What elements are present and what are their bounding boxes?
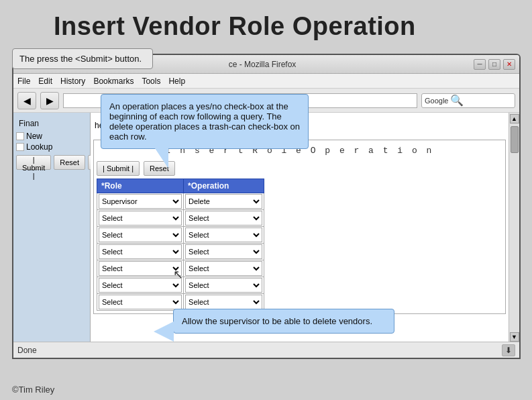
sidebar-action-btns: | Submit | Reset Rec <box>16 153 87 172</box>
callout-allow-text: Allow the supervisor to be able to delet… <box>182 316 372 326</box>
menu-file[interactable]: File <box>17 77 30 86</box>
new-checkbox[interactable] <box>16 132 24 140</box>
operation-select-7[interactable]: Select <box>185 295 262 309</box>
role-select-5[interactable]: Select <box>99 261 182 276</box>
insert-submit-btn[interactable]: | Submit | <box>97 161 140 176</box>
browser-controls: ─ □ ✕ <box>474 59 515 70</box>
operation-select-1[interactable]: Delete <box>185 194 262 209</box>
menu-edit[interactable]: Edit <box>38 77 52 86</box>
menu-bookmarks[interactable]: Bookmarks <box>93 77 134 86</box>
operation-select-6[interactable]: Select <box>185 278 262 293</box>
status-text: Done <box>17 346 37 355</box>
operation-select-5[interactable]: Select <box>185 261 262 276</box>
col-role: *Role <box>97 179 184 193</box>
sidebar-item-finan[interactable]: Finan <box>16 117 87 130</box>
operation-select-2[interactable]: Select <box>185 211 262 226</box>
slide-title: Insert Vendor Role Operation <box>54 12 416 41</box>
vertical-scrollbar[interactable]: ▲ ▼ <box>509 113 519 342</box>
copyright: ©Tim Riley <box>12 385 54 395</box>
table-row: Select Select <box>97 227 264 244</box>
back-button[interactable]: ◀ <box>17 92 36 109</box>
operation-select-4[interactable]: Select <box>185 244 262 259</box>
table-row: Supervisor Delete <box>97 193 264 210</box>
sidebar-lookup-row: Lookup <box>16 142 87 152</box>
callout-operation-text: An operation places a yes/no check-box a… <box>109 101 300 142</box>
operation-select-3[interactable]: Select <box>185 228 262 242</box>
role-select-7[interactable]: Select <box>99 295 182 309</box>
callout-operation: An operation places a yes/no check-box a… <box>101 94 309 149</box>
sidebar-new-row: New <box>16 132 87 141</box>
table-row: Select Select <box>97 210 264 227</box>
table-row: Select Select <box>97 294 264 311</box>
callout-allow: Allow the supervisor to be able to delet… <box>173 309 394 334</box>
menu-history[interactable]: History <box>60 77 85 86</box>
role-select-4[interactable]: Select <box>99 244 182 259</box>
scroll-down[interactable]: ▼ <box>510 332 519 342</box>
table-row: Select Select <box>97 244 264 260</box>
role-select-6[interactable]: Select <box>99 278 182 293</box>
callout-submit: The press the <Submit> button. <box>12 48 153 69</box>
search-icon: 🔍 <box>450 94 464 107</box>
sidebar-reset-btn[interactable]: Reset <box>54 155 85 170</box>
mouse-cursor: ↖ <box>173 267 183 282</box>
sidebar-finan-label: Finan <box>19 119 39 128</box>
sidebar-new-label: New <box>26 132 42 141</box>
col-operation: *Operation <box>184 179 264 193</box>
status-bar: Done ⬇ <box>13 342 519 358</box>
status-icon: ⬇ <box>502 344 515 356</box>
role-select-2[interactable]: Select <box>99 211 182 226</box>
google-search-box[interactable]: Google 🔍 <box>421 93 515 108</box>
scroll-up[interactable]: ▲ <box>510 114 519 123</box>
maximize-button[interactable]: □ <box>488 59 500 70</box>
role-select-3[interactable]: Select <box>99 228 182 242</box>
google-label: Google <box>425 97 448 105</box>
sidebar-submit-btn[interactable]: | Submit | <box>16 155 51 170</box>
forward-button[interactable]: ▶ <box>40 92 59 109</box>
sidebar: Finan New Lookup | Submit | Reset Rec <box>13 113 91 342</box>
scroll-thumb[interactable] <box>511 126 519 153</box>
menu-help[interactable]: Help <box>168 77 185 86</box>
role-table: *Role *Operation Supervisor <box>97 179 264 311</box>
role-select-1[interactable]: Supervisor <box>99 194 182 209</box>
menu-tools[interactable]: Tools <box>142 77 160 86</box>
browser-menubar: File Edit History Bookmarks Tools Help <box>13 74 519 89</box>
minimize-button[interactable]: ─ <box>474 59 486 70</box>
close-button[interactable]: ✕ <box>503 59 515 70</box>
callout-submit-text: The press the <Submit> button. <box>19 54 142 64</box>
lookup-checkbox[interactable] <box>16 143 24 151</box>
sidebar-lookup-label: Lookup <box>26 142 52 152</box>
